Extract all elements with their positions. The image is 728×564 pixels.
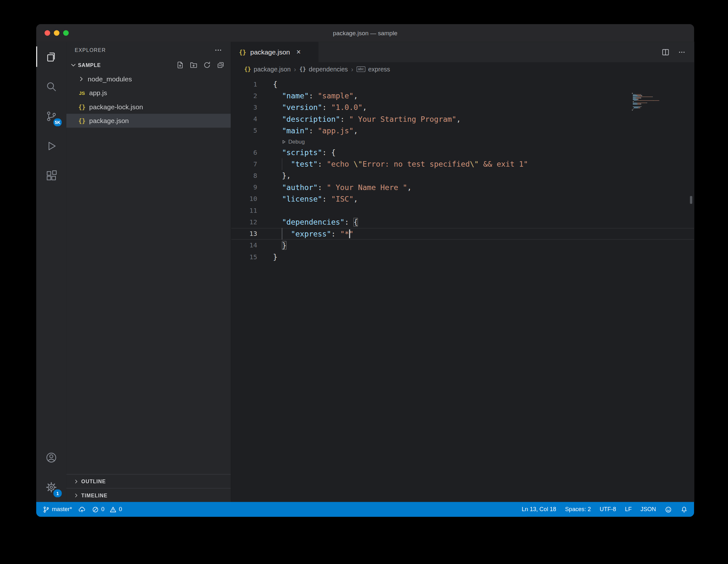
breadcrumb-dependencies[interactable]: {} dependencies	[299, 66, 348, 73]
breadcrumb: {} package.json › {} dependencies › abc …	[231, 62, 694, 76]
text-cursor	[349, 229, 350, 238]
activity-run-debug-button[interactable]	[36, 131, 66, 161]
branch-indicator[interactable]: master*	[43, 502, 72, 517]
line-content: {	[257, 79, 694, 90]
code-line-1[interactable]: 1{	[231, 79, 694, 90]
account-button[interactable]	[36, 443, 66, 472]
feedback-button[interactable]	[665, 502, 672, 517]
file-item-package.json[interactable]: {}package.json	[66, 114, 231, 128]
eol-indicator[interactable]: LF	[625, 502, 632, 517]
code-line-8[interactable]: 8 },	[231, 170, 694, 181]
line-number: 15	[231, 251, 257, 263]
collapse-folders-button[interactable]	[217, 61, 224, 69]
line-content: "license": "ISC",	[257, 193, 694, 205]
window-title: package.json — sample	[333, 29, 397, 37]
indent-guide	[282, 158, 282, 170]
code-editor[interactable]: 1{2 "name": "sample",3 "version": "1.0.0…	[231, 76, 694, 502]
file-item-node_modules[interactable]: node_modules	[66, 72, 231, 86]
line-number: 10	[231, 193, 257, 205]
activity-search-button[interactable]	[36, 71, 66, 101]
breadcrumb-file[interactable]: {} package.json	[244, 66, 291, 73]
codelens-label: Debug	[288, 138, 305, 145]
code-line-4[interactable]: 4 "description": " Your Starting Program…	[231, 113, 694, 125]
code-line-15[interactable]: 15}	[231, 251, 694, 263]
search-icon	[45, 80, 58, 93]
refresh-button[interactable]	[203, 61, 211, 69]
json-file-icon: {}	[239, 48, 247, 55]
more-actions-button[interactable]	[678, 48, 686, 56]
cloud-upload-icon	[79, 506, 86, 513]
account-icon	[45, 451, 58, 464]
line-number: 11	[231, 205, 257, 216]
publish-changes-button[interactable]	[79, 502, 86, 517]
code-line-11[interactable]: 11	[231, 205, 694, 216]
indentation-indicator[interactable]: Spaces: 2	[565, 502, 591, 517]
code-line-7[interactable]: 7 "test": "echo \"Error: no test specifi…	[231, 158, 694, 170]
files-icon	[45, 50, 58, 63]
minimize-window-button[interactable]	[54, 30, 59, 36]
problems-indicator[interactable]: 0 0	[92, 502, 122, 517]
scrollbar-thumb[interactable]	[690, 196, 692, 204]
file-item-package-lock.json[interactable]: {}package-lock.json	[66, 100, 231, 114]
code-line-13[interactable]: 13 "express": "*"	[231, 228, 694, 239]
cursor-position-indicator[interactable]: Ln 13, Col 18	[522, 502, 556, 517]
code-line-10[interactable]: 10 "license": "ISC",	[231, 193, 694, 205]
minimap[interactable]	[632, 93, 684, 111]
code-line-3[interactable]: 3 "version": "1.0.0",	[231, 102, 694, 113]
new-folder-button[interactable]	[190, 61, 197, 69]
line-number: 13	[231, 228, 257, 239]
explorer-toolbar	[177, 61, 224, 69]
explorer-more-actions-button[interactable]	[214, 46, 222, 54]
close-tab-icon[interactable]: ×	[296, 48, 301, 56]
code-line-9[interactable]: 9 "author": " Your Name Here ",	[231, 182, 694, 193]
code-line-14[interactable]: 14 }	[231, 240, 694, 251]
warning-count: 0	[119, 506, 122, 512]
line-content: "scripts": {	[257, 147, 694, 158]
settings-button[interactable]: 1	[36, 472, 66, 502]
line-content: "test": "echo \"Error: no test specified…	[257, 158, 694, 170]
new-file-button[interactable]	[177, 61, 184, 69]
line-number: 3	[231, 102, 257, 113]
close-window-button[interactable]	[45, 30, 50, 36]
sidebar-panels: OUTLINE TIMELINE	[66, 474, 231, 502]
tab-package-json[interactable]: {} package.json ×	[231, 42, 319, 62]
line-number: 5	[231, 125, 257, 137]
language-mode-indicator[interactable]: JSON	[641, 502, 656, 517]
line-number: 14	[231, 240, 257, 251]
file-item-app.js[interactable]: JSapp.js	[66, 86, 231, 100]
panel-outline[interactable]: OUTLINE	[66, 474, 231, 488]
zoom-window-button[interactable]	[63, 30, 69, 36]
encoding-label: UTF-8	[600, 506, 616, 512]
activity-bar-bottom: 1	[36, 443, 66, 502]
scm-badge: 5K	[53, 118, 63, 127]
settings-badge: 1	[53, 488, 63, 498]
file-label: node_modules	[88, 75, 132, 83]
bell-icon	[681, 506, 688, 513]
section-sample[interactable]: SAMPLE	[66, 58, 231, 72]
code-line-12[interactable]: 12 "dependencies": {	[231, 216, 694, 228]
codelens-debug[interactable]: Debug	[231, 137, 694, 147]
activity-bar: 5K	[36, 42, 66, 502]
breadcrumb-express[interactable]: abc express	[357, 66, 390, 73]
line-content: "express": "*"	[257, 228, 694, 239]
encoding-indicator[interactable]: UTF-8	[600, 502, 616, 517]
feedback-smiley-icon	[665, 506, 672, 513]
panel-timeline[interactable]: TIMELINE	[66, 488, 231, 502]
object-symbol-icon: {}	[299, 66, 306, 72]
code-line-5[interactable]: 5 "main": "app.js",	[231, 125, 694, 137]
line-content: "author": " Your Name Here ",	[257, 182, 694, 193]
code-line-6[interactable]: 6 "scripts": {	[231, 147, 694, 158]
activity-explorer-button[interactable]	[36, 42, 66, 71]
sidebar-explorer: EXPLORER SAMPLE	[66, 42, 231, 502]
ln-col-label: Ln 13, Col 18	[522, 506, 556, 512]
tab-bar: {} package.json ×	[231, 42, 694, 62]
activity-extensions-button[interactable]	[36, 161, 66, 190]
code-line-2[interactable]: 2 "name": "sample",	[231, 90, 694, 102]
warnings-icon	[110, 506, 117, 513]
activity-source-control-button[interactable]: 5K	[36, 101, 66, 131]
notifications-button[interactable]	[681, 502, 688, 517]
split-editor-button[interactable]	[662, 48, 670, 56]
line-number: 8	[231, 170, 257, 181]
file-tree: node_modulesJSapp.js{}package-lock.json{…	[66, 72, 231, 128]
js-file-icon: JS	[78, 90, 86, 95]
